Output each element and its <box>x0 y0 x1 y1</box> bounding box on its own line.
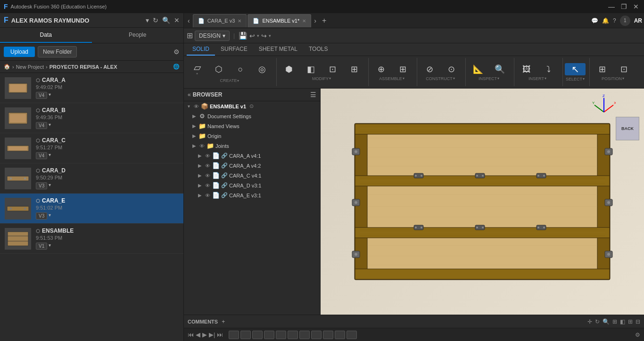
shell-button[interactable]: ⊞ <box>344 64 364 75</box>
close-sidebar-icon[interactable]: ✕ <box>174 16 180 24</box>
browser-collapse-icon[interactable]: « <box>188 91 191 98</box>
tree-item[interactable]: ▶ 👁 📄 🔗 CARA_D v3:1 <box>184 180 320 190</box>
midplane-button[interactable]: ⊙ <box>441 64 462 75</box>
timeline-item[interactable] <box>288 331 298 339</box>
timeline-item[interactable] <box>240 331 251 339</box>
orbit-icon[interactable]: ↻ <box>595 318 600 325</box>
search-icon[interactable]: 🔍 <box>162 16 170 24</box>
tree-visibility-icon[interactable]: 👁 <box>204 183 211 188</box>
timeline-item[interactable] <box>276 331 286 339</box>
redo-icon[interactable]: ↪ <box>261 32 267 40</box>
select-button[interactable]: ↖ <box>565 63 586 75</box>
tree-arrow-icon[interactable]: ▶ <box>191 133 197 138</box>
insert-mesh-button[interactable]: ⤵ <box>538 64 559 75</box>
save-icon[interactable]: 💾 <box>239 32 248 40</box>
tree-item[interactable]: ▶ ⚙ Document Settings <box>184 111 320 121</box>
create-sketch-button[interactable]: ▱ + <box>187 61 207 77</box>
tab-nav-right[interactable]: › <box>312 17 318 24</box>
inspect-group-label[interactable]: INSPECT ▾ <box>479 76 499 81</box>
tab-nav-left[interactable]: ‹ <box>186 17 192 24</box>
version-arrow[interactable]: ▾ <box>49 243 51 248</box>
list-item[interactable]: ⬡ CARA_A 9:49:02 PM V4 ▾ <box>0 73 183 103</box>
position-sub-button[interactable]: ⊡ <box>613 64 634 75</box>
select-group-label[interactable]: SELECT ▾ <box>566 77 585 81</box>
tree-root[interactable]: ▾ 👁 📦 ENSAMBLE v1 ⊙ <box>184 101 320 111</box>
status-settings-icon[interactable]: ⚙ <box>635 332 640 338</box>
user-avatar[interactable]: AR <box>634 17 642 24</box>
undo-icon[interactable]: ↩ <box>249 32 255 40</box>
tab-people[interactable]: People <box>92 28 184 43</box>
toolbar-tab-sheetmetal[interactable]: SHEET METAL <box>253 43 303 56</box>
list-item[interactable]: ⬡ CARA_E 9:51:02 PM V3 ▾ <box>0 194 183 224</box>
tab-close-button[interactable]: ✕ <box>302 18 306 24</box>
toolbar-tab-surface[interactable]: SURFACE <box>215 43 253 56</box>
comment-icon[interactable]: 💬 <box>591 17 598 24</box>
list-item[interactable]: ⬡ CARA_D 9:50:29 PM V3 ▾ <box>0 163 183 194</box>
timeline-play-button[interactable]: ▶ <box>202 331 207 338</box>
press-pull-button[interactable]: ⬢ <box>279 64 299 75</box>
version-arrow[interactable]: ▾ <box>49 122 51 127</box>
timeline-start-button[interactable]: ⏮ <box>188 331 194 338</box>
minimize-button[interactable]: — <box>607 3 616 10</box>
refresh-icon[interactable]: ↻ <box>153 16 158 24</box>
position-group-label[interactable]: POSITION ▾ <box>602 76 624 81</box>
doc-tab-ensamble[interactable]: 📄 ENSAMBLE v1* ✕ <box>248 14 311 27</box>
list-item[interactable]: ⬡ CARA_B 9:49:36 PM V4 ▾ <box>0 103 183 133</box>
tree-item[interactable]: ▶ 👁 📄 🔗 CARA_A v4:1 <box>184 151 320 161</box>
tree-root-radio[interactable]: ⊙ <box>249 103 254 109</box>
browser-menu-icon[interactable]: ☰ <box>310 91 316 98</box>
breadcrumb-project[interactable]: New Project <box>16 64 44 70</box>
tree-arrow-icon[interactable]: ▶ <box>197 193 203 198</box>
tree-item[interactable]: ▶ 📁 Named Views <box>184 121 320 131</box>
dropdown-icon[interactable]: ▾ <box>146 16 149 24</box>
tree-visibility-icon[interactable]: 👁 <box>198 143 205 149</box>
tree-arrow-icon[interactable]: ▶ <box>191 123 197 129</box>
tree-item[interactable]: ▶ 👁 📄 🔗 CARA_C v4:1 <box>184 170 320 180</box>
help-icon[interactable]: ? <box>613 17 616 24</box>
timeline-item[interactable] <box>335 331 345 339</box>
sweep-button[interactable]: ◎ <box>252 61 272 77</box>
version-arrow[interactable]: ▾ <box>49 152 51 157</box>
tree-visibility-icon[interactable]: 👁 <box>204 153 211 159</box>
tree-visibility-icon[interactable]: 👁 <box>204 173 211 179</box>
timeline-item[interactable] <box>252 331 263 339</box>
tree-item[interactable]: ▶ 📁 Origin <box>184 131 320 141</box>
tab-close-button[interactable]: ✕ <box>238 18 241 24</box>
tree-arrow-icon[interactable]: ▶ <box>197 183 203 188</box>
doc-tab-cara-e[interactable]: 📄 CARA_E v3 ✕ <box>193 14 247 27</box>
tree-visibility-icon[interactable]: 👁 <box>193 104 199 109</box>
timeline-item[interactable] <box>299 331 310 339</box>
joint-button[interactable]: ⊞ <box>392 64 413 75</box>
create-group-label[interactable]: CREATE ▾ <box>220 78 239 83</box>
breadcrumb-home[interactable]: 🏠 <box>4 64 10 70</box>
display-mode-icon[interactable]: ◧ <box>620 318 625 325</box>
comments-add-button[interactable]: + <box>222 318 225 325</box>
tree-item[interactable]: ▶ 👁 📄 🔗 CARA_A v4:2 <box>184 161 320 170</box>
upload-button[interactable]: Upload <box>4 47 35 57</box>
tab-data[interactable]: Data <box>0 28 92 43</box>
interference-button[interactable]: 🔍 <box>489 64 510 75</box>
timeline-next-button[interactable]: ▶| <box>209 331 215 338</box>
new-component-button[interactable]: ⊕ <box>371 64 391 75</box>
tree-item[interactable]: ▶ 👁 📁 Joints <box>184 141 320 151</box>
move-button[interactable]: ⊞ <box>592 64 612 75</box>
tree-item[interactable]: ▶ 👁 📄 🔗 CARA_E v3:1 <box>184 190 320 200</box>
tree-arrow-icon[interactable]: ▶ <box>191 114 197 119</box>
tree-visibility-icon[interactable]: 👁 <box>204 193 211 198</box>
measure-button[interactable]: 📐 <box>468 64 488 75</box>
viewport[interactable]: X Y Z BACK <box>321 89 644 315</box>
construct-group-label[interactable]: CONSTRUCT ▾ <box>426 76 455 81</box>
timeline-end-button[interactable]: ⏭ <box>217 331 223 338</box>
assemble-group-label[interactable]: ASSEMBLE ▾ <box>379 76 405 81</box>
close-button[interactable]: ✕ <box>632 3 640 10</box>
version-arrow[interactable]: ▾ <box>49 182 51 187</box>
toolbar-tab-solid[interactable]: SOLID <box>187 43 215 56</box>
new-folder-button[interactable]: New Folder <box>38 46 77 57</box>
list-item[interactable]: ⬡ ENSAMBLE 9:51:53 PM V1 ▾ <box>0 224 183 254</box>
list-item[interactable]: ⬡ CARA_C 9:51:27 PM V4 ▾ <box>0 133 183 163</box>
extrude-button[interactable]: ⬡ <box>208 61 229 77</box>
modify-group-label[interactable]: MODIFY ▾ <box>312 76 331 81</box>
tree-collapse-icon[interactable]: ▾ <box>186 104 191 109</box>
timeline-item[interactable] <box>323 331 333 339</box>
grid-icon[interactable]: ⊞ <box>628 318 633 325</box>
